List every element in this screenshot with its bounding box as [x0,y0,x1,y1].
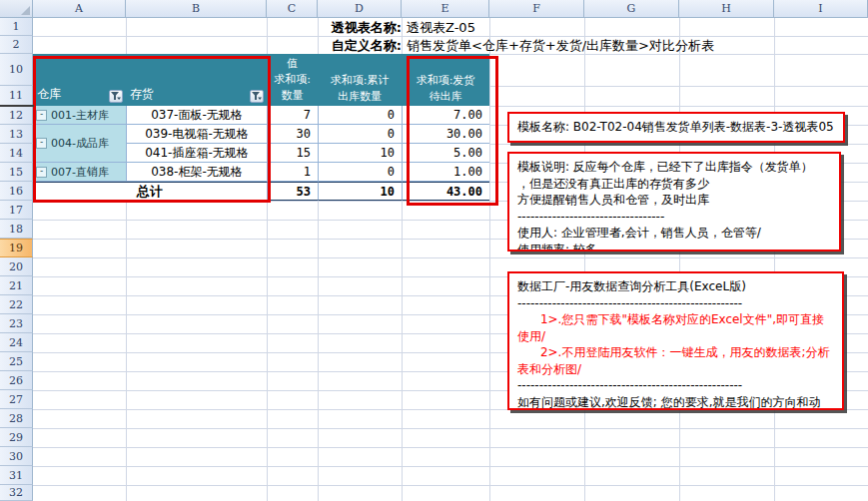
row-header-10[interactable]: 10 [0,54,33,86]
pivot-header-qty[interactable]: 值 求和项: 数量 [267,54,318,106]
select-all-triangle-icon [21,6,30,15]
qty-cell[interactable]: 15 [267,144,318,163]
cumulative-cell[interactable]: 0 [318,163,402,182]
column-header-G[interactable]: G [584,0,679,18]
pivot-name-label: 透视表名称: [200,19,402,37]
column-header-B[interactable]: B [126,0,267,18]
pivot-header-warehouse[interactable]: 仓库 [33,54,126,106]
row-header-2[interactable]: 2 [0,36,33,54]
select-all-corner[interactable] [0,0,33,18]
template-name-textbox[interactable]: 模板名称: B02-T02-04销售发货单列表-数据表-3-透视表05 [507,112,845,143]
qty-cell[interactable]: 1 [267,163,318,182]
row-header-28[interactable]: 28 [0,409,33,428]
row-header-20[interactable]: 20 [0,257,33,276]
column-header-F[interactable]: F [489,0,584,18]
template-description-textbox[interactable]: 模板说明: 反应每个仓库，已经下了出库指令（发货单） ，但是还没有真正出库的存货… [507,152,841,251]
row-header-24[interactable]: 24 [0,333,33,352]
values-area-label: 值 [267,56,318,72]
row-header-27[interactable]: 27 [0,390,33,409]
pivot-name-value: 透视表Z-05 [407,19,475,37]
row-header-14[interactable]: 14 [0,144,33,163]
pending-cell[interactable]: 1.00 [402,163,489,182]
column-header-D[interactable]: D [318,0,402,18]
column-header-I[interactable]: I [774,0,868,18]
gridline-horizontal [33,428,868,429]
row-header-23[interactable]: 23 [0,314,33,333]
funnel-icon [252,92,262,101]
pivot-header-item[interactable]: 存货 [126,54,267,106]
pending-cell[interactable]: 7.00 [402,106,489,125]
qty-cell[interactable]: 7 [267,106,318,125]
row-header-22[interactable]: 22 [0,295,33,314]
warehouse-cell[interactable]: - 004-成品库 [33,125,126,163]
cumulative-cell[interactable]: 10 [318,144,402,163]
column-header-H[interactable]: H [679,0,774,18]
row-header-31[interactable]: 31 [0,466,33,485]
row-header-32[interactable]: 32 [0,485,33,501]
item-cell[interactable]: 039-电视箱-无规格 [126,125,267,144]
gridline-horizontal [33,466,868,467]
row-header-17[interactable]: 17 [0,201,33,220]
column-header-A[interactable]: A [33,0,126,18]
row-header-19[interactable]: 19 [0,239,33,257]
cumulative-cell[interactable]: 0 [318,106,402,125]
collapse-icon[interactable]: - [36,110,47,121]
warehouse-filter-icon[interactable] [109,90,123,103]
grand-total-label-cell[interactable]: 总计 [33,182,267,201]
column-header-C[interactable]: C [267,0,318,18]
pending-cell[interactable]: 30.00 [402,125,489,144]
gridline-horizontal [33,485,868,486]
warehouse-cell[interactable]: - 001-主材库 [33,106,126,125]
custom-name-value: 销售发货单<仓库+存货+发货/出库数量>对比分析表 [407,37,714,55]
gridline-horizontal [33,257,868,258]
excel-window: ABCDEFGHI1210111213141516171819202122232… [0,0,868,501]
row-header-15[interactable]: 15 [0,163,33,182]
pivot-header-pending[interactable]: 求和项:发货 待出库 [402,54,489,106]
row-header-18[interactable]: 18 [0,220,33,239]
grand-total-qty-cell[interactable]: 53 [267,182,318,201]
item-cell[interactable]: 037-面板-无规格 [126,106,267,125]
custom-name-label: 自定义名称: [200,37,402,55]
row-header-21[interactable]: 21 [0,276,33,295]
item-cell[interactable]: 038-柜架-无规格 [126,163,267,182]
freeze-pane-line [0,105,34,107]
row-header-26[interactable]: 26 [0,371,33,390]
qty-cell[interactable]: 30 [267,125,318,144]
column-header-E[interactable]: E [402,0,489,18]
template-name-text: 模板名称: B02-T02-04销售发货单列表-数据表-3-透视表05 [517,119,834,136]
data-factory-textbox[interactable]: 数据工厂-用友数据查询分析工具(ExceL版) ----------------… [507,271,844,410]
row-header-11[interactable]: 11 [0,86,33,106]
row-header-29[interactable]: 29 [0,428,33,447]
warehouse-cell[interactable]: - 007-直销库 [33,163,126,182]
row-header-30[interactable]: 30 [0,447,33,466]
item-cell[interactable]: 041-插座箱-无规格 [126,144,267,163]
item-filter-icon[interactable] [250,90,264,103]
warehouse-header-label: 仓库 [37,86,109,103]
row-header-12[interactable]: 12 [0,106,33,125]
row-header-25[interactable]: 25 [0,352,33,371]
pending-cell[interactable]: 5.00 [402,144,489,163]
funnel-icon [111,92,121,101]
item-header-label: 存货 [130,86,250,103]
pivot-header-cumulative[interactable]: 求和项:累计 出库数量 [318,54,402,106]
grand-total-cumulative-cell[interactable]: 10 [318,182,402,201]
row-header-1[interactable]: 1 [0,18,33,36]
row-header-13[interactable]: 13 [0,125,33,144]
gridline-horizontal [33,447,868,448]
collapse-icon[interactable]: - [36,138,47,149]
cumulative-cell[interactable]: 0 [318,125,402,144]
grand-total-pending-cell[interactable]: 43.00 [402,182,489,201]
collapse-icon[interactable]: - [36,167,47,178]
row-header-16[interactable]: 16 [0,182,33,201]
